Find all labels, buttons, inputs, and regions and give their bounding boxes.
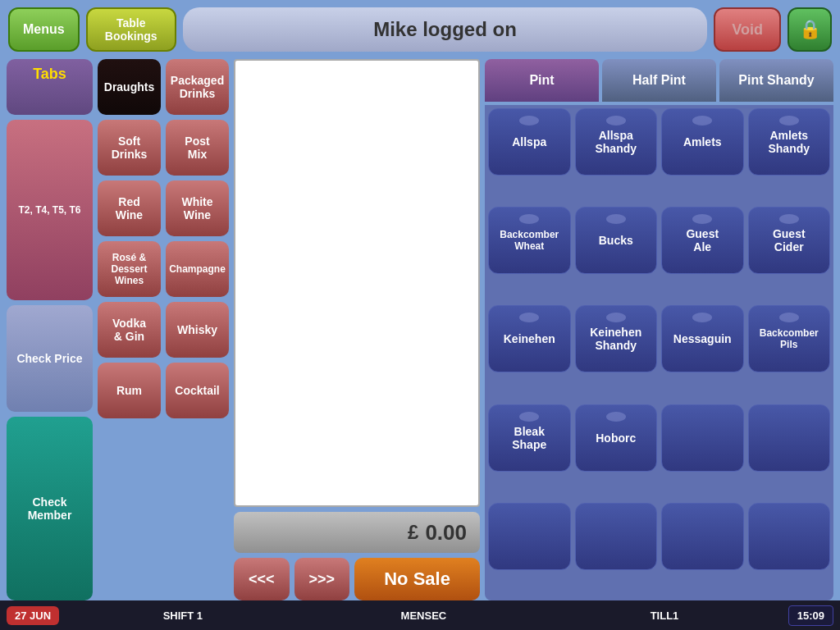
table-bookings-button[interactable]: TableBookings	[86, 7, 176, 52]
category-panel: Draughts PackagedDrinks SoftDrinks PostM…	[98, 59, 229, 600]
tab-half-pint[interactable]: Half Pint	[602, 59, 716, 102]
order-area: £ 0.00 <<< >>> No Sale	[234, 59, 480, 600]
total-amount: 0.00	[425, 520, 467, 546]
category-cocktail[interactable]: Cocktail	[166, 363, 229, 418]
lock-button[interactable]: 🔒	[788, 7, 832, 52]
category-post-mix[interactable]: PostMix	[166, 120, 229, 176]
drink-empty-2	[748, 404, 831, 472]
category-white-wine[interactable]: WhiteWine	[166, 180, 229, 236]
status-shift: SHIFT 1	[66, 609, 300, 622]
drink-backcomber-wheat[interactable]: BackcomberWheat	[488, 207, 571, 274]
tabs-label: Tabs	[7, 59, 93, 115]
drink-empty-1	[661, 404, 744, 472]
drink-keinehen-shandy[interactable]: KeinehenShandy	[575, 305, 658, 372]
main-content: Tabs T2, T4, T5, T6 Check Price CheckMem…	[0, 59, 840, 600]
drinks-panel: Pint Half Pint Pint Shandy Allspa Allspa…	[485, 59, 833, 600]
prev-button[interactable]: <<<	[234, 558, 290, 600]
drink-guest-ale[interactable]: GuestAle	[661, 207, 744, 274]
category-whisky[interactable]: Whisky	[166, 302, 229, 358]
category-rum[interactable]: Rum	[98, 363, 161, 418]
status-till: TILL1	[547, 609, 782, 622]
drink-empty-6	[748, 503, 831, 570]
category-soft-drinks[interactable]: SoftDrinks	[98, 120, 161, 176]
tab-pint[interactable]: Pint	[485, 59, 599, 102]
void-button[interactable]: Void	[714, 7, 781, 52]
order-display	[234, 59, 480, 507]
drink-empty-3	[488, 503, 571, 570]
drink-keinehen[interactable]: Keinehen	[488, 305, 571, 372]
menus-button[interactable]: Menus	[8, 7, 80, 52]
status-time: 15:09	[788, 605, 833, 626]
drink-backcomber-pils[interactable]: BackcomberPils	[748, 305, 831, 372]
total-bar: £ 0.00	[234, 512, 480, 553]
nav-buttons: <<< >>> No Sale	[234, 558, 480, 600]
drink-bleak-shape[interactable]: BleakShape	[488, 404, 571, 472]
left-sidebar: Tabs T2, T4, T5, T6 Check Price CheckMem…	[7, 59, 93, 600]
tab-t2[interactable]: T2, T4, T5, T6	[7, 120, 93, 300]
drink-allspa-shandy[interactable]: AllspaShandy	[575, 108, 658, 176]
drink-amlets-shandy[interactable]: AmletsShandy	[748, 108, 831, 176]
currency-symbol: £	[408, 521, 418, 544]
title-bar: Mike logged on	[183, 7, 708, 52]
category-rose[interactable]: Rosé &DessertWines	[98, 241, 161, 297]
category-red-wine[interactable]: RedWine	[98, 180, 161, 236]
drink-bucks[interactable]: Bucks	[575, 207, 658, 274]
no-sale-button[interactable]: No Sale	[354, 558, 480, 600]
drink-amlets[interactable]: Amlets	[661, 108, 744, 176]
status-bar: 27 JUN SHIFT 1 MENSEC TILL1 15:09	[0, 600, 840, 630]
top-bar: Menus TableBookings Mike logged on Void …	[0, 0, 840, 59]
drink-guest-cider[interactable]: GuestCider	[748, 207, 831, 274]
category-champagne[interactable]: Champagne	[166, 241, 229, 297]
logged-on-title: Mike logged on	[373, 18, 517, 41]
drink-hoborc[interactable]: Hoborc	[575, 404, 658, 472]
drink-nessaguin[interactable]: Nessaguin	[661, 305, 744, 372]
lock-icon: 🔒	[799, 19, 821, 40]
drink-empty-4	[575, 503, 658, 570]
status-system: MENSEC	[307, 609, 541, 622]
drink-empty-5	[661, 503, 744, 570]
check-price-button[interactable]: Check Price	[7, 305, 93, 412]
category-packaged[interactable]: PackagedDrinks	[166, 59, 229, 115]
drink-tabs: Pint Half Pint Pint Shandy	[485, 59, 833, 102]
category-draughts[interactable]: Draughts	[98, 59, 161, 115]
drink-allspa[interactable]: Allspa	[488, 108, 571, 176]
check-member-button[interactable]: CheckMember	[7, 417, 93, 600]
category-vodka-gin[interactable]: Vodka& Gin	[98, 302, 161, 358]
next-button[interactable]: >>>	[294, 558, 350, 600]
drinks-grid: Allspa AllspaShandy Amlets AmletsShandy …	[485, 105, 833, 600]
status-date: 27 JUN	[7, 606, 59, 625]
tab-pint-shandy[interactable]: Pint Shandy	[719, 59, 833, 102]
